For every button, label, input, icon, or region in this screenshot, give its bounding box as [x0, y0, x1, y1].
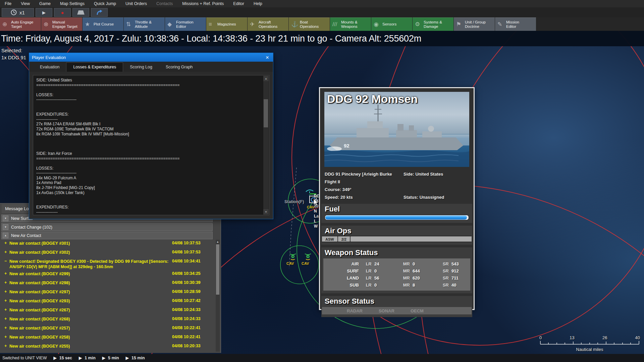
- time-compression-button[interactable]: x1: [2, 8, 34, 17]
- log-entry-expander[interactable]: +: [1, 250, 9, 254]
- log-entry-timestamp: 04/08 10:37:53: [172, 241, 204, 245]
- toolbar-button[interactable]: /// Mounts & Weapons: [330, 17, 371, 31]
- toolbar-button[interactable]: ★ Plot Course: [83, 17, 123, 31]
- dialog-tab[interactable]: Losses & Expenditures: [66, 62, 123, 72]
- menu-item[interactable]: Contacts: [152, 1, 177, 6]
- mr-value: 8: [413, 283, 437, 288]
- menu-item[interactable]: Map Settings: [55, 1, 89, 6]
- collapse-down-icon[interactable]: ▼: [3, 224, 8, 230]
- log-entry-expander[interactable]: +: [1, 344, 9, 348]
- helicopter-unit-icon[interactable]: [288, 252, 297, 261]
- log-entry[interactable]: + New air contact (BOGEY #255) 04/08 10:…: [1, 343, 215, 352]
- toolbar-button[interactable]: ⊕ Auto Engage Target: [0, 17, 41, 31]
- time-step-button[interactable]: ▶ 5 min: [102, 356, 119, 360]
- menu-item[interactable]: Game: [35, 1, 55, 6]
- log-entry-expander[interactable]: +: [1, 280, 9, 285]
- log-entry-expander[interactable]: +: [1, 316, 9, 321]
- collapse-up-icon[interactable]: ▲: [3, 233, 8, 238]
- weapon-status-row: LAND LR 56 MR 620 SR 711: [323, 275, 470, 282]
- log-entry-expander[interactable]: +: [1, 307, 9, 312]
- scroll-down-icon[interactable]: ▼: [263, 209, 269, 215]
- dialog-tab[interactable]: Scoring Graph: [159, 63, 200, 72]
- time-step-button[interactable]: ▶ 1 min: [79, 356, 96, 360]
- dialog-scrollbar[interactable]: ▲ ▼: [263, 76, 269, 215]
- fuel-section: Fuel: [321, 204, 472, 223]
- scrollbar-thumb[interactable]: [216, 244, 219, 295]
- camera-icon: [77, 10, 85, 15]
- time-step-button[interactable]: ▶ 15 sec: [53, 356, 72, 360]
- menu-item[interactable]: View: [16, 1, 35, 6]
- toolbar-button[interactable]: ⚙ Systems & Damage: [413, 17, 453, 31]
- screenshot-button[interactable]: [72, 8, 89, 17]
- dialog-tab[interactable]: Scoring Log: [123, 63, 159, 72]
- toolbar-button-label: Sensors: [382, 22, 396, 26]
- menu-item[interactable]: Help: [249, 1, 267, 6]
- toolbar-button[interactable]: ⇅ Throttle & Altitude: [124, 17, 165, 31]
- fuel-heading: Fuel: [321, 204, 472, 214]
- log-entry[interactable]: + New air contact (BOGEY #297) 04/08 10:…: [1, 288, 215, 297]
- sr-value: 543: [451, 261, 475, 266]
- toolbar-button[interactable]: ⚑ Unit / Group Doctrine: [454, 17, 495, 31]
- log-entry-timestamp: 04/08 10:24:33: [172, 316, 204, 321]
- log-entry-expander[interactable]: +: [1, 241, 9, 245]
- log-entry[interactable]: + New air contact (BOGEY #302) 04/08 10:…: [1, 249, 215, 258]
- collapse-down-icon[interactable]: ▼: [3, 216, 8, 221]
- menu-item[interactable]: Editor: [228, 1, 249, 6]
- toolbar-button[interactable]: ⚓ Boat Operations: [289, 17, 330, 31]
- log-entry-expander[interactable]: +: [1, 298, 9, 303]
- log-entry[interactable]: + New air contact (BOGEY #298) 04/08 10:…: [1, 279, 215, 288]
- log-entry-expander[interactable]: +: [1, 289, 9, 294]
- report-line: EXPENDITURES:: [36, 205, 261, 210]
- log-entry[interactable]: + New air contact (BOGEY #293) 04/08 10:…: [1, 297, 215, 306]
- log-entry-text: New air contact (BOGEY #301): [9, 241, 172, 246]
- play-button[interactable]: ▶: [36, 8, 52, 17]
- helicopter-unit-icon[interactable]: [304, 252, 312, 261]
- dialog-title-bar[interactable]: Player Evaluation ×: [29, 53, 273, 62]
- scroll-up-icon[interactable]: ▲: [263, 76, 269, 81]
- dialog-tab[interactable]: Evaluation: [33, 63, 66, 72]
- toolbar-button[interactable]: ≡ Magazines: [206, 17, 247, 31]
- view-mode-text: Switched to UNIT VIEW: [0, 356, 47, 360]
- time-step-button[interactable]: ▶ 15 min: [126, 356, 145, 360]
- report-line: 1x Ammo Pad: [36, 180, 261, 185]
- selection-readout: Selected: 1x DDG 91: [1, 47, 26, 61]
- menu-item[interactable]: Quick Jump: [89, 1, 121, 6]
- scrollbar-thumb[interactable]: [264, 99, 268, 127]
- cav-unit-label: CAV: [302, 261, 309, 265]
- log-entry[interactable]: + New air contact (BOGEY #299) 04/08 10:…: [1, 270, 215, 279]
- menu-item[interactable]: Unit Orders: [121, 1, 152, 6]
- toolbar-button[interactable]: ✎ Mission Editor: [495, 17, 536, 31]
- log-entry[interactable]: + New air contact (BOGEY #258) 04/08 10:…: [1, 334, 215, 343]
- unit-course-text: Course: 349°: [325, 186, 404, 193]
- log-entry[interactable]: + New air contact (BOGEY #256) 04/08 10:…: [1, 352, 215, 352]
- close-icon[interactable]: ×: [264, 55, 270, 60]
- toolbar-button[interactable]: ✈ Aircraft Operations: [248, 17, 288, 31]
- log-entry-expander[interactable]: +: [1, 271, 9, 276]
- toolbar-button[interactable]: ◉ Sensors: [371, 17, 412, 31]
- log-entry[interactable]: + New air contact (BOGEY #268) 04/08 10:…: [1, 315, 215, 324]
- menu-item[interactable]: File: [0, 1, 16, 6]
- mr-value: 620: [413, 276, 437, 281]
- message-log-scrollbar[interactable]: ▲: [216, 240, 220, 352]
- menu-item[interactable]: Missions + Ref. Points: [177, 1, 228, 6]
- log-group-contact-change[interactable]: ▼ Contact Change (102): [1, 223, 213, 231]
- record-button[interactable]: ●: [54, 8, 71, 17]
- mission-editor-icon: ✎: [497, 21, 506, 28]
- log-entry[interactable]: − New contact! Designated BOGEY #300 - D…: [1, 258, 215, 270]
- unit-info-panel: DDG 92 Momsen 92: [319, 87, 475, 310]
- log-group-new-air-contact[interactable]: ▲ New Air Contact: [1, 232, 213, 239]
- app-window: DD3420NLaLW Station(F) CAV CAV CAV 01326…: [0, 0, 644, 362]
- toolbar-button[interactable]: ◆ Formation Editor: [165, 17, 206, 31]
- toolbar-button-label: Systems & Damage: [424, 20, 442, 28]
- jump-button[interactable]: [91, 8, 108, 17]
- log-entry-expander[interactable]: −: [1, 259, 9, 263]
- log-entry[interactable]: + New air contact (BOGEY #301) 04/08 10:…: [1, 240, 215, 249]
- log-entry[interactable]: + New air contact (BOGEY #257) 04/08 10:…: [1, 324, 215, 334]
- log-entry-expander[interactable]: +: [1, 325, 9, 330]
- unit-summary: DDG 91 Pinckney [Arleigh Burke Flight II…: [325, 170, 469, 201]
- log-entry-expander[interactable]: +: [1, 335, 9, 339]
- log-entry[interactable]: + New air contact (BOGEY #267) 04/08 10:…: [1, 306, 215, 315]
- toolbar-button-label: Throttle & Altitude: [135, 20, 152, 28]
- toolbar-button[interactable]: ⊗ Manual Engage Target: [41, 17, 82, 31]
- scroll-up-icon[interactable]: ▲: [216, 240, 220, 244]
